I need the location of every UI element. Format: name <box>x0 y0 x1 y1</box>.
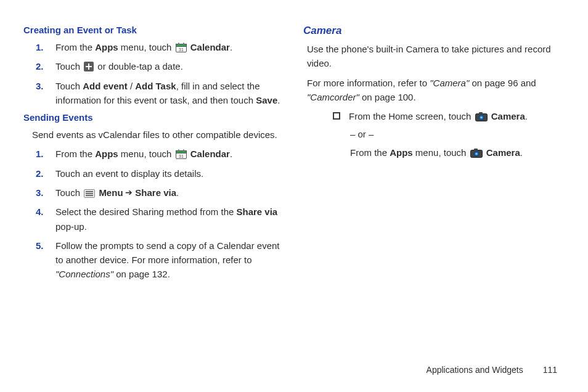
camera-xref: For more information, refer to "Camera" … <box>307 76 560 105</box>
camera-icon <box>470 148 483 158</box>
camera-intro: Use the phone's built-in Camera to take … <box>307 42 560 71</box>
step-text: From the Apps menu, touch 31 Calendar. <box>55 42 232 52</box>
step-number: 2. <box>36 59 44 73</box>
section-title: Applications and Widgets <box>427 365 523 375</box>
step-text: Touch Menu ➔ Share via. <box>55 187 179 198</box>
svg-rect-7 <box>86 66 92 67</box>
step-item: 2. Touch or double-tap a date. <box>55 59 285 73</box>
step-text: From the Apps menu, touch 31 Calendar. <box>55 149 232 159</box>
svg-text:31: 31 <box>179 47 184 52</box>
step-item: 2. Touch an event to display its details… <box>55 166 285 181</box>
svg-rect-14 <box>86 191 93 192</box>
svg-rect-1 <box>176 44 186 47</box>
steps-sending-events: 1. From the Apps menu, touch 31 Calendar… <box>23 147 285 281</box>
step-number: 3. <box>36 186 44 200</box>
step-text: Touch or double-tap a date. <box>55 61 183 71</box>
step-text: Follow the prompts to send a copy of a C… <box>55 240 280 280</box>
svg-rect-3 <box>183 43 184 46</box>
svg-rect-15 <box>86 193 93 194</box>
step-number: 3. <box>36 79 44 93</box>
svg-rect-22 <box>474 149 478 150</box>
step-number: 4. <box>36 205 44 219</box>
page-footer: Applications and Widgets 111 <box>427 365 557 375</box>
right-column: Camera Use the phone's built-in Camera t… <box>303 25 565 374</box>
steps-creating-event: 1. From the Apps menu, touch 31 Calendar… <box>23 40 285 107</box>
step-text: Touch an event to display its details. <box>55 168 203 179</box>
calendar-icon: 31 <box>176 149 187 159</box>
intro-sending-events: Send events as vCalendar files to other … <box>32 128 280 142</box>
page-number: 111 <box>543 365 557 375</box>
step-item: 5. Follow the prompts to send a copy of … <box>55 239 285 282</box>
step-item: 1. From the Apps menu, touch 31 Calendar… <box>55 40 285 54</box>
step-item: 1. From the Apps menu, touch 31 Calendar… <box>55 147 285 161</box>
manual-page: Creating an Event or Task 1. From the Ap… <box>0 0 588 392</box>
step-number: 5. <box>36 239 44 253</box>
heading-creating-event: Creating an Event or Task <box>23 25 285 35</box>
svg-rect-18 <box>479 112 483 114</box>
svg-rect-10 <box>178 150 179 152</box>
menu-icon <box>84 189 95 198</box>
camera-icon <box>475 112 488 121</box>
square-bullet-icon <box>333 112 340 120</box>
svg-rect-11 <box>183 150 184 152</box>
step-text: Touch Add event / Add Task, fill in and … <box>55 81 280 105</box>
step-number: 1. <box>36 147 44 161</box>
step-number: 1. <box>36 40 44 54</box>
svg-point-24 <box>475 152 477 154</box>
step-item: 3. Touch Add event / Add Task, fill in a… <box>55 79 285 108</box>
svg-rect-2 <box>178 43 179 46</box>
step-number: 2. <box>36 166 44 181</box>
left-column: Creating an Event or Task 1. From the Ap… <box>23 25 285 374</box>
arrow-icon: ➔ <box>123 187 136 197</box>
heading-sending-events: Sending Events <box>23 112 285 123</box>
svg-point-20 <box>480 116 482 118</box>
bullet-item: From the Home screen, touch Camera. <box>312 109 560 123</box>
or-separator: – or – <box>312 127 560 141</box>
heading-camera: Camera <box>303 25 565 37</box>
calendar-icon: 31 <box>176 43 187 52</box>
step-text: Select the desired Sharing method from t… <box>55 206 277 231</box>
step-item: 4. Select the desired Sharing method fro… <box>55 205 285 234</box>
plus-icon <box>84 62 94 71</box>
step-item: 3. Touch Menu ➔ Share via. <box>55 186 285 200</box>
svg-rect-16 <box>86 195 93 196</box>
bullet-alt: From the Apps menu, touch Camera. <box>312 145 560 160</box>
svg-rect-9 <box>176 151 186 153</box>
svg-text:31: 31 <box>179 154 184 158</box>
